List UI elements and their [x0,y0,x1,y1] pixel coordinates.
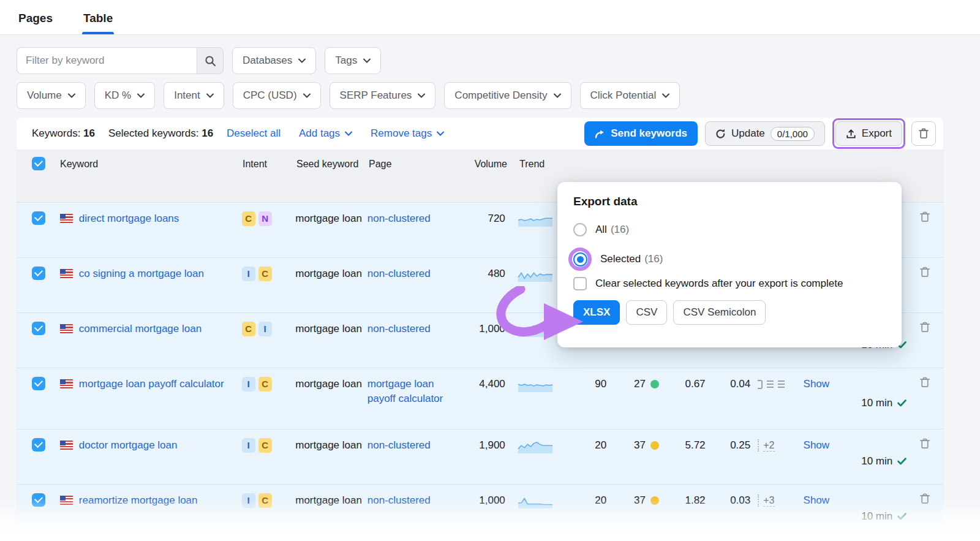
us-flag-icon [60,379,73,388]
filter-dropdown-cpc-usd-[interactable]: CPC (USD) [233,82,321,109]
delete-row-button[interactable] [920,377,930,429]
search-button[interactable] [197,47,224,74]
tab-table[interactable]: Table [82,3,114,34]
add-tags-dropdown[interactable]: Add tags [299,127,352,140]
show-link[interactable]: Show [804,439,830,451]
filter-dropdown-databases[interactable]: Databases [232,47,316,74]
keyword-link[interactable]: doctor mortgage loan [79,438,178,453]
send-keywords-button[interactable]: Send keywords [584,121,698,146]
kd-value: 37 [634,493,646,508]
row-checkbox[interactable] [32,211,45,225]
cpc-value: 5.72 [685,439,705,451]
intent-badge-c: C [258,438,272,453]
tab-label: Pages [18,12,53,25]
filter-dropdown-click-potential[interactable]: Click Potential [580,82,680,109]
clear-selected-checkbox[interactable] [573,277,587,290]
remove-tags-dropdown[interactable]: Remove tags [371,127,444,140]
keyword-link[interactable]: co signing a mortgage loan [79,267,204,281]
page-link[interactable]: non-clustered [368,438,431,453]
kd-difficulty-dot [650,496,659,505]
update-button[interactable]: Update 0/1,000 [705,121,825,146]
column-header-seed-keyword[interactable]: Seed keyword [296,157,369,202]
row-checkbox[interactable] [32,493,45,507]
show-link[interactable]: Show [804,378,830,390]
filter-dropdown-competitive-density[interactable]: Competitive Density [444,82,571,109]
export-annotation-box: Export [832,118,905,149]
serp-more-link[interactable]: +3 [763,494,774,507]
filter-label: Tags [335,55,357,67]
us-flag-icon [60,324,73,333]
clear-selected-checkbox-row[interactable]: Clear selected keywords after your expor… [573,277,886,290]
column-header-keyword[interactable]: Keyword [60,157,243,202]
dotted-separator [758,494,759,507]
page-link[interactable]: non-clustered [368,493,431,508]
keyword-link[interactable]: reamortize mortgage loan [79,493,198,508]
kd-value: 27 [634,377,646,392]
select-all-checkbox[interactable] [32,157,45,170]
volume-value: 480 [488,268,505,279]
table-row: reamortize mortgage loanICmortgage loann… [17,484,943,539]
export-format-xlsx[interactable]: XLSX [573,300,620,325]
trash-icon [919,128,929,139]
table-row: doctor mortgage loanICmortgage loannon-c… [17,429,943,484]
radio-unselected[interactable] [573,223,587,236]
row-checkbox[interactable] [32,267,45,280]
filter-dropdown-intent[interactable]: Intent [164,82,224,109]
export-option-selected[interactable]: Selected(16) [573,248,886,271]
export-button[interactable]: Export [835,121,902,146]
page-link[interactable]: non-clustered [368,322,431,336]
volume-value: 4,400 [479,378,505,390]
delete-row-button[interactable] [920,267,930,312]
row-checkbox[interactable] [32,322,45,335]
export-option-all[interactable]: All(16) [573,218,886,241]
trend-sparkline [518,438,553,454]
trash-icon [920,322,930,333]
row-checkbox[interactable] [32,377,45,390]
intent-badge-i: I [242,438,255,453]
delete-row-button[interactable] [920,493,930,539]
filter-dropdown-tags[interactable]: Tags [325,47,381,74]
page-link[interactable]: non-clustered [368,267,431,281]
tab-pages[interactable]: Pages [17,3,54,34]
serp-feature-list-icon [778,380,785,388]
column-header-page[interactable]: Page [369,157,454,202]
keyword-link[interactable]: mortgage loan payoff calculator [79,377,224,392]
delete-row-button[interactable] [920,211,930,257]
delete-row-button[interactable] [920,322,930,368]
delete-row-button[interactable] [920,438,930,484]
selected-keywords-count: Selected keywords: 16 [108,127,213,140]
cpc-value: 0.67 [685,378,705,390]
competitive-density-value: 0.04 [730,378,750,390]
deselect-all-link[interactable]: Deselect all [227,127,281,140]
serp-more-link[interactable]: +2 [763,439,774,452]
kd-difficulty-dot [650,380,659,388]
page-link[interactable]: non-clustered [368,211,431,226]
row-checkbox[interactable] [32,438,45,452]
trend-sparkline [518,377,553,393]
export-format-csv-semicolon[interactable]: CSV Semicolon [673,300,766,325]
check-icon [897,513,907,520]
filter-dropdown-volume[interactable]: Volume [17,82,86,109]
us-flag-icon [60,214,73,223]
radio-selected[interactable] [573,252,587,267]
keyword-link[interactable]: direct mortgage loans [79,211,179,226]
volume-value: 720 [488,213,505,224]
intent-badge-i: I [242,377,255,392]
page-link[interactable]: mortgage loan payoff calculator [368,377,453,406]
filter-label: SERP Features [340,89,412,102]
show-link[interactable]: Show [804,494,830,506]
filter-label: CPC (USD) [243,89,297,102]
export-format-csv[interactable]: CSV [626,300,667,325]
intent-badge-i: I [258,322,272,336]
seed-keyword: mortgage loan [295,268,362,279]
search-input[interactable] [17,47,197,74]
keyword-link[interactable]: commercial mortgage loan [79,322,202,336]
delete-selected-button[interactable] [911,121,936,146]
column-header-volume[interactable]: Volume [454,157,507,202]
column-header-intent[interactable]: Intent [243,157,296,202]
filter-dropdown-serp-features[interactable]: SERP Features [330,82,436,109]
seed-keyword: mortgage loan [295,439,362,451]
filter-dropdown-kd-[interactable]: KD % [94,82,155,109]
export-option-count: (16) [644,253,663,265]
send-arrow-icon [595,129,605,138]
